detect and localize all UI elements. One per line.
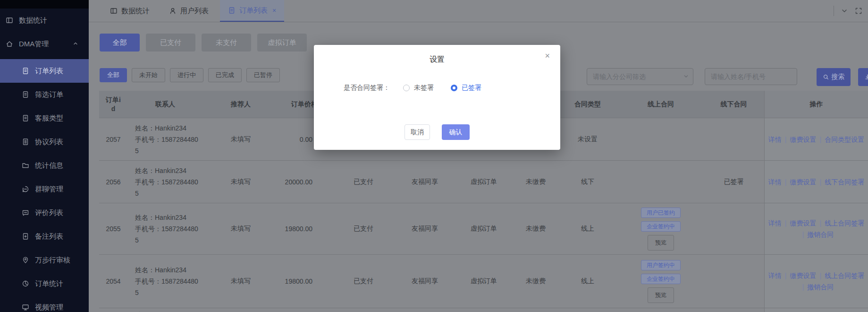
- download-icon: [864, 74, 868, 80]
- filter-all-button[interactable]: 全部: [100, 34, 140, 52]
- preview-button[interactable]: 预览: [648, 287, 674, 303]
- status-not-started-button[interactable]: 未开始: [132, 68, 165, 82]
- cell-order-id: [99, 308, 127, 312]
- fee-settings-link[interactable]: 缴费设置: [782, 217, 817, 229]
- sidebar-item-video-mgmt[interactable]: 视频管理: [0, 295, 89, 312]
- status-all-button[interactable]: 全部: [100, 68, 127, 82]
- sidebar-item-label: 协议列表: [35, 138, 63, 147]
- sidebar-item-filter-orders[interactable]: 筛选订单: [0, 83, 89, 106]
- table-row: 姓名：Hankin234: [99, 308, 868, 312]
- sidebar-item-dma[interactable]: DMA管理: [0, 32, 89, 56]
- cancel-button[interactable]: 取消: [405, 124, 430, 140]
- cell-order-type: 虚拟订单: [453, 161, 514, 203]
- tab-bar: 数据统计 用户列表 订单列表 ×: [89, 0, 868, 22]
- cell-price: 19800.00: [278, 255, 330, 308]
- fee-settings-link[interactable]: 缴费设置: [782, 176, 817, 188]
- contract-type-settings-link[interactable]: 合同类型设置: [817, 134, 865, 145]
- sidebar-item-label: 订单统计: [35, 279, 63, 288]
- confirm-button[interactable]: 确认: [442, 124, 470, 140]
- modal-title: 设置: [314, 55, 560, 65]
- tab-data-stats[interactable]: 数据统计: [110, 0, 150, 22]
- sidebar-top-strip: [0, 0, 89, 9]
- chevron-up-icon[interactable]: [73, 41, 80, 48]
- detail-link[interactable]: 详情: [768, 134, 782, 145]
- contact-name: 姓名：Hankin234: [135, 264, 201, 276]
- close-icon[interactable]: ×: [545, 52, 550, 60]
- cell-contract-type: 线上: [557, 255, 618, 308]
- online-contract-sign-link[interactable]: 线上合同签署: [817, 270, 865, 281]
- download-button[interactable]: 下载: [858, 68, 868, 86]
- sidebar-item-order-list[interactable]: 订单列表: [0, 59, 89, 83]
- radio-unsigned[interactable]: 未签署: [403, 84, 434, 92]
- cell-pay-status: [330, 308, 396, 312]
- tab-order-list[interactable]: 订单列表 ×: [220, 0, 284, 22]
- sidebar-item-order-stats[interactable]: 订单统计: [0, 272, 89, 295]
- branch-filter-select[interactable]: [587, 68, 693, 85]
- col-header-contact: 联系人: [127, 91, 203, 118]
- sidebar-item-service-type[interactable]: 客服类型: [0, 106, 89, 130]
- cell-offline-contract: [703, 203, 764, 254]
- sidebar-item-stats-info[interactable]: 统计信息: [0, 154, 89, 177]
- cell-actions: 详情 缴费设置 线下合同签署: [764, 161, 868, 203]
- chevron-down-icon[interactable]: [841, 7, 848, 15]
- fee-settings-link[interactable]: 缴费设置: [782, 270, 817, 281]
- user-signing-tag: 用户签约中: [641, 260, 681, 270]
- detail-link[interactable]: 详情: [768, 270, 782, 281]
- sidebar-item-group-chat[interactable]: 群聊管理: [0, 177, 89, 201]
- search-button[interactable]: 搜索: [817, 68, 851, 86]
- cell-order-id: 2054: [99, 255, 127, 308]
- status-in-progress-button[interactable]: 进行中: [170, 68, 203, 82]
- col-header-referrer: 推荐人: [203, 91, 278, 118]
- cell-referrer: 未填写: [203, 255, 278, 308]
- tab-user-list[interactable]: 用户列表: [169, 0, 209, 22]
- radio-signed[interactable]: 已签署: [451, 84, 481, 92]
- preview-button[interactable]: 预览: [648, 235, 674, 251]
- fee-settings-link[interactable]: 缴费设置: [782, 134, 817, 145]
- cell-order-type: [453, 308, 514, 312]
- detail-link[interactable]: 详情: [768, 217, 782, 229]
- sidebar-item-data-stats[interactable]: 数据统计: [0, 9, 89, 32]
- contact-phone: 手机号：15872844805: [135, 134, 201, 156]
- sidebar-item-label: 筛选订单: [35, 90, 63, 99]
- filter-unpaid-button[interactable]: 未支付: [202, 34, 251, 52]
- fullscreen-icon[interactable]: [855, 7, 862, 15]
- cell-order-id: 2057: [99, 118, 127, 160]
- cell-product: 友福同享: [396, 161, 453, 203]
- company-signing-tag: 企业签约中: [641, 221, 681, 232]
- online-contract-sign-link[interactable]: 线上合同签署: [817, 217, 865, 229]
- status-completed-button[interactable]: 已完成: [208, 68, 242, 82]
- revoke-contract-link[interactable]: 撤销合同: [799, 281, 834, 293]
- location-pin-icon: [22, 256, 29, 264]
- filter-virtual-button[interactable]: 虚拟订单: [257, 34, 307, 52]
- company-signing-tag: 企业签约中: [641, 274, 681, 284]
- sidebar-item-notes-list[interactable]: 备注列表: [0, 225, 89, 248]
- document-icon: [22, 67, 29, 75]
- name-phone-input[interactable]: [705, 68, 797, 85]
- table-row: 2054 姓名：Hankin234手机号：15872844805 未填写 198…: [99, 255, 868, 308]
- cell-fee-status: 未缴费: [514, 203, 557, 254]
- pie-chart-icon: [22, 280, 29, 287]
- revoke-contract-link[interactable]: 撤销合同: [799, 229, 834, 240]
- sidebar-item-wanbuxing-audit[interactable]: 万步行审核: [0, 248, 89, 272]
- status-paused-button[interactable]: 已暂停: [246, 68, 280, 82]
- cell-offline-contract: 已签署: [703, 161, 764, 203]
- cell-actions: 详情 缴费设置 合同类型设置: [764, 118, 868, 160]
- cell-price: [278, 308, 330, 312]
- filter-paid-button[interactable]: 已支付: [146, 34, 195, 52]
- tabbar-right-controls: [834, 0, 862, 22]
- sidebar-item-agreement-list[interactable]: 协议列表: [0, 130, 89, 154]
- contact-name: 姓名：Hankin234: [135, 212, 201, 223]
- detail-link[interactable]: 详情: [768, 176, 782, 188]
- sidebar-item-review-list[interactable]: 评价列表: [0, 201, 89, 225]
- home-icon: [6, 40, 13, 48]
- sidebar-item-label: 视频管理: [35, 303, 63, 312]
- tab-close-icon[interactable]: ×: [272, 7, 276, 14]
- tab-label: 数据统计: [121, 7, 150, 16]
- contact-phone: 手机号：15872844805: [135, 223, 201, 246]
- offline-contract-sign-link[interactable]: 线下合同签署: [817, 176, 865, 188]
- divider: [834, 6, 834, 16]
- cell-referrer: [203, 308, 278, 312]
- cell-contact: 姓名：Hankin234: [127, 308, 203, 312]
- cell-price: 19800.00: [278, 203, 330, 254]
- settings-modal: 设置 × 是否合同签署： 未签署 已签署 取消 确认: [314, 45, 560, 150]
